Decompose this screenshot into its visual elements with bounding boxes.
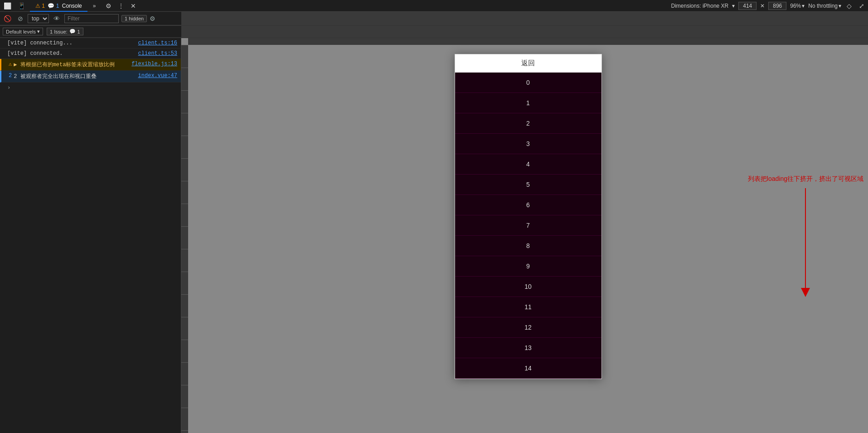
hidden-badge: 1 hidden [121, 15, 147, 22]
list-item[interactable]: 4 [455, 154, 601, 175]
throttle-button[interactable]: No throttling ▾ [808, 3, 841, 9]
screenshot-icon[interactable]: ◇ [845, 1, 853, 10]
more-icon[interactable]: ⋮ [116, 1, 126, 10]
list-item[interactable]: 12 [455, 317, 601, 338]
list-item[interactable]: 1 [455, 93, 601, 113]
settings-icon[interactable]: ⚙ [104, 1, 113, 10]
ruler-horizontal [188, 38, 868, 45]
message-link[interactable]: flexible.js:13 [131, 61, 177, 67]
dimensions-dropdown-icon[interactable]: ▾ [732, 3, 735, 9]
list-item[interactable]: 11 [455, 297, 601, 317]
devtools-topbar: ⬜ 📱 ⚠ 1 💬 1 Console » ⚙ ⋮ ✕ Dimensions: … [0, 0, 868, 12]
list-item[interactable]: 9 [455, 256, 601, 277]
devtools-tab-group: ⚠ 1 💬 1 Console » [30, 0, 101, 12]
warning-badge: ⚠ 1 [35, 3, 45, 9]
list-item[interactable]: 6 [455, 195, 601, 215]
annotation-text: 列表把loading往下挤开，挤出了可视区域 [748, 174, 863, 184]
warn-icon: ⚠ [9, 61, 12, 68]
device-list: 01234567891011121314 [455, 73, 601, 379]
message-badge: 💬 1 [48, 3, 59, 9]
console-area: [vite] connecting... client.ts:16 [vite]… [0, 38, 181, 433]
console-message: [vite] connected. client.ts:53 [0, 49, 181, 59]
list-item[interactable]: 3 [455, 134, 601, 154]
default-levels-button[interactable]: Default levels ▾ [3, 28, 43, 35]
svg-marker-1 [801, 288, 810, 297]
device-bar: Dimensions: iPhone XR ▾ ✕ 96% ▾ No throt… [671, 1, 866, 10]
console-message: [vite] connecting... client.ts:16 [0, 38, 181, 49]
list-item[interactable]: 7 [455, 215, 601, 236]
close-icon[interactable]: ✕ [129, 1, 138, 10]
message-link[interactable]: client.ts:53 [138, 50, 177, 57]
fullscreen-icon[interactable]: ⤢ [857, 1, 866, 10]
list-item[interactable]: 2 [455, 113, 601, 134]
console-toolbar: 🚫 ⊘ top 👁 1 hidden ⚙ [0, 12, 181, 25]
clear-console-button[interactable]: 🚫 [2, 14, 13, 23]
dimensions-label[interactable]: Dimensions: iPhone XR [671, 3, 729, 9]
zoom-button[interactable]: 96% ▾ [790, 3, 805, 9]
width-input[interactable] [738, 2, 756, 10]
list-item[interactable]: 8 [455, 236, 601, 256]
info-icon: 2 [9, 73, 12, 79]
console-message-info: 2 2 被观察者完全出现在和视口重叠 index.vue:47 [0, 71, 181, 83]
console-settings-icon[interactable]: ⚙ [150, 15, 155, 22]
message-link[interactable]: client.ts:16 [138, 40, 177, 46]
tab-console[interactable]: ⚠ 1 💬 1 Console [30, 0, 87, 12]
annotation-area: 列表把loading往下挤开，挤出了可视区域 [748, 174, 863, 297]
top-context-select[interactable]: top [28, 14, 49, 23]
stop-icon[interactable]: ⊘ [16, 14, 25, 23]
list-item[interactable]: 5 [455, 175, 601, 195]
list-item[interactable]: 14 [455, 358, 601, 379]
height-input[interactable] [768, 2, 786, 10]
element-inspect-icon[interactable]: ⬜ [2, 1, 13, 10]
filter-input[interactable] [64, 14, 119, 23]
issue-chat-icon: 💬 [69, 29, 76, 34]
console-message-warn: ⚠ ▶ 将根据已有的meta标签未设置缩放比例 flexible.js:13 [0, 59, 181, 71]
back-label[interactable]: 返回 [521, 59, 535, 67]
console-prompt[interactable]: › [0, 83, 181, 92]
devtools-levels-bar: Default levels ▾ 1 Issue: 💬 1 [0, 26, 181, 38]
dimension-separator: ✕ [760, 3, 765, 9]
device-toggle-icon[interactable]: 📱 [16, 1, 27, 10]
list-item[interactable]: 13 [455, 338, 601, 358]
list-item[interactable]: 0 [455, 73, 601, 93]
device-frame: 返回 01234567891011121314 [455, 54, 602, 379]
message-link[interactable]: index.vue:47 [138, 73, 177, 79]
list-item[interactable]: 10 [455, 277, 601, 297]
device-back-header: 返回 [455, 54, 601, 73]
ruler-vertical [181, 45, 188, 433]
eye-icon[interactable]: 👁 [52, 14, 62, 23]
tab-more[interactable]: » [87, 0, 102, 12]
expand-arrow-icon[interactable]: › [7, 84, 10, 91]
annotation-arrow [748, 188, 863, 297]
issue-badge: 1 Issue: 💬 1 [47, 28, 83, 35]
